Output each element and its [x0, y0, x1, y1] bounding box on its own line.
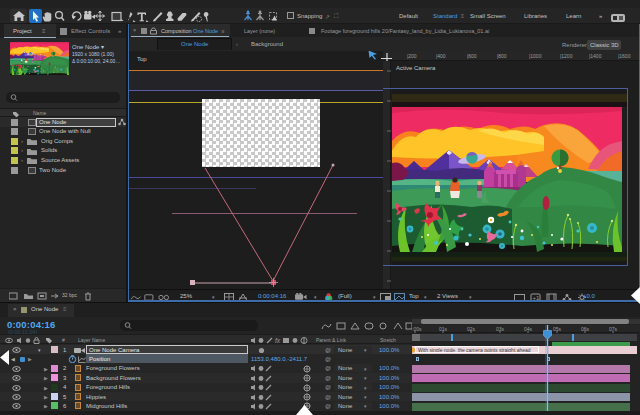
svg-text:+1: +1: [533, 295, 541, 301]
svg-text:fx: fx: [275, 337, 281, 344]
